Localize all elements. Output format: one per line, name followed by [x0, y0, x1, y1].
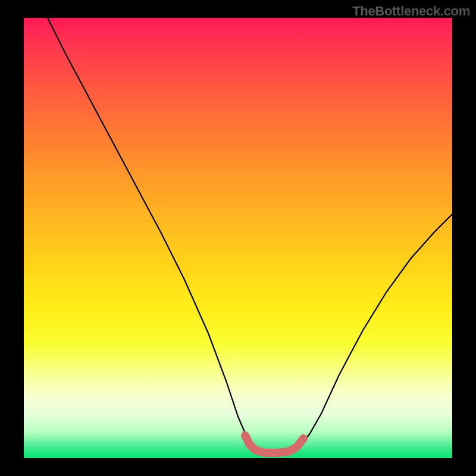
chart-svg: [24, 18, 452, 458]
optimal-range-marker: [245, 436, 303, 453]
watermark-text: TheBottleneck.com: [352, 4, 470, 19]
chart-frame: TheBottleneck.com: [0, 0, 476, 476]
plot-area: [24, 18, 452, 458]
bottleneck-curve-line: [42, 18, 452, 453]
